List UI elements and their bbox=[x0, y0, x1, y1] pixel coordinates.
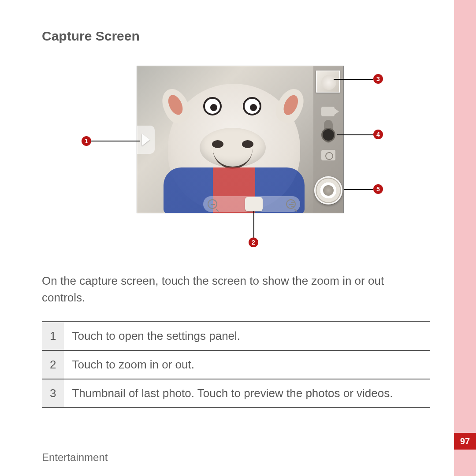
shutter-button[interactable] bbox=[314, 176, 342, 205]
zoom-slider-handle[interactable] bbox=[245, 197, 263, 211]
chevron-right-icon bbox=[142, 134, 150, 146]
legend-description: Touch to open the settings panel. bbox=[64, 322, 430, 350]
camera-controls-column bbox=[313, 66, 343, 213]
legend-number: 1 bbox=[42, 322, 64, 350]
table-row: 1 Touch to open the settings panel. bbox=[42, 322, 430, 350]
plush-ear bbox=[272, 85, 309, 127]
legend-table: 1 Touch to open the settings panel. 2 To… bbox=[42, 321, 430, 408]
last-photo-thumbnail[interactable] bbox=[316, 71, 340, 93]
table-row: 2 Touch to zoom in or out. bbox=[42, 350, 430, 379]
zoom-control-bar[interactable] bbox=[203, 196, 300, 212]
plush-eye bbox=[243, 97, 261, 115]
legend-description: Touch to zoom in or out. bbox=[64, 350, 430, 379]
callout-dot: 3 bbox=[373, 74, 383, 84]
legend-number: 2 bbox=[42, 350, 64, 379]
callout-dot: 4 bbox=[373, 130, 383, 139]
intro-paragraph: On the capture screen, touch the screen … bbox=[42, 273, 430, 306]
table-row: 3 Thumbnail of last photo. Touch to prev… bbox=[42, 379, 430, 408]
capture-screen-figure: 1 2 3 4 5 bbox=[82, 61, 390, 255]
callout-dot: 1 bbox=[82, 136, 91, 146]
mode-slider-knob[interactable] bbox=[321, 128, 335, 142]
callout-dot: 2 bbox=[249, 238, 258, 247]
callout-dot: 5 bbox=[373, 184, 383, 194]
plush-eye bbox=[203, 97, 222, 115]
side-margin bbox=[454, 0, 476, 476]
page-content: Capture Screen bbox=[42, 29, 430, 408]
camera-viewfinder bbox=[137, 66, 344, 213]
page-number-badge: 97 bbox=[454, 433, 476, 450]
zoom-out-icon[interactable] bbox=[208, 199, 217, 209]
legend-number: 3 bbox=[42, 379, 64, 408]
settings-panel-tab[interactable] bbox=[137, 126, 155, 154]
video-mode-icon[interactable] bbox=[321, 107, 335, 116]
footer-chapter-label: Entertainment bbox=[42, 451, 108, 464]
zoom-in-icon[interactable] bbox=[286, 199, 296, 209]
plush-nose bbox=[200, 128, 266, 167]
plush-ear bbox=[157, 85, 194, 127]
legend-description: Thumbnail of last photo. Touch to previe… bbox=[64, 379, 430, 408]
section-title: Capture Screen bbox=[42, 29, 430, 44]
photo-mode-icon[interactable] bbox=[321, 150, 335, 160]
